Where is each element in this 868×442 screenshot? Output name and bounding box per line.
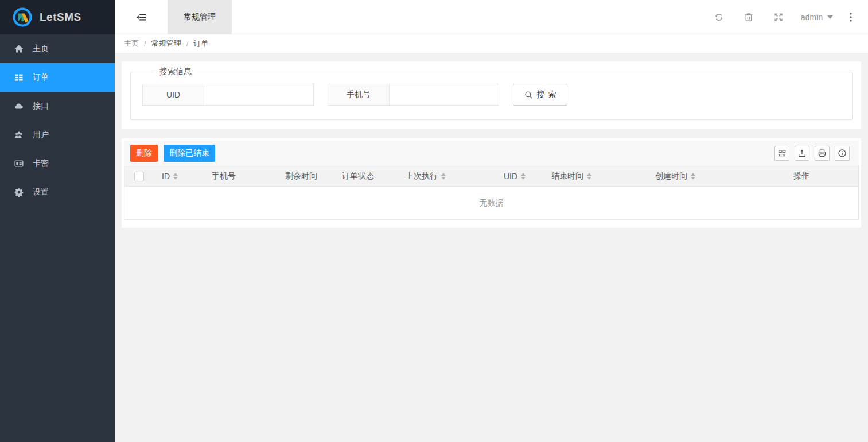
export-button[interactable]	[795, 146, 809, 161]
topbar: 常规管理	[115, 0, 868, 34]
select-all-cell	[124, 166, 153, 187]
col-order-status-header: 订单状态	[333, 166, 397, 187]
letsms-logo-icon	[12, 7, 33, 28]
refresh-button[interactable]	[704, 0, 734, 34]
uid-field-label: UID	[142, 84, 204, 106]
cloud-icon	[14, 102, 24, 111]
users-icon	[14, 130, 24, 139]
trash-icon	[744, 12, 754, 22]
caret-down-icon	[827, 15, 833, 22]
col-end-time-header: 结束时间	[543, 166, 647, 187]
search-form-row: UID 手机号 搜索	[142, 84, 840, 106]
select-all-checkbox[interactable]	[134, 172, 144, 181]
breadcrumb: 主页 / 常规管理 / 订单	[115, 34, 868, 53]
phone-field-group: 手机号	[328, 84, 499, 106]
content: 搜索信息 UID 手机号	[115, 53, 868, 228]
orders-table: ID 手机号 剩余时间 订单状态 上次执行	[124, 166, 859, 220]
search-button[interactable]: 搜索	[513, 84, 567, 106]
table-header-row: ID 手机号 剩余时间 订单状态 上次执行	[124, 166, 858, 187]
sidebar-item-settings[interactable]: 设置	[0, 178, 115, 207]
sort-icon[interactable]	[441, 173, 446, 180]
sidebar-menu: 主页 订单 接口 用户	[0, 34, 115, 207]
home-icon	[14, 44, 24, 53]
table-tool-icons	[774, 146, 850, 161]
export-icon	[797, 149, 807, 158]
sort-icon[interactable]	[521, 173, 526, 180]
delete-button[interactable]: 删除	[130, 145, 158, 162]
orders-table-card: 删除 删除已结束	[122, 138, 861, 228]
gear-icon	[14, 188, 24, 197]
breadcrumb-item-home[interactable]: 主页	[124, 38, 139, 49]
search-panel: 搜索信息 UID 手机号	[122, 61, 861, 129]
sort-icon[interactable]	[173, 173, 178, 180]
main-area: 常规管理	[115, 0, 868, 442]
refresh-icon	[714, 12, 724, 22]
col-uid-header: UID	[495, 166, 543, 187]
more-menu-button[interactable]	[840, 0, 861, 34]
fullscreen-icon	[773, 12, 784, 22]
table-empty-state: 无数据	[124, 187, 858, 219]
col-last-exec-header: 上次执行	[397, 166, 495, 187]
brand-name: LetSMS	[40, 11, 81, 24]
sort-icon[interactable]	[691, 173, 695, 180]
card-icon	[14, 159, 24, 168]
order-list-icon	[14, 73, 24, 82]
menu-collapse-icon	[136, 12, 146, 22]
breadcrumb-separator: /	[186, 40, 189, 48]
info-button[interactable]	[835, 146, 850, 161]
print-button[interactable]	[815, 146, 830, 161]
sidebar-item-label: 卡密	[33, 158, 49, 169]
logo: LetSMS	[0, 0, 115, 34]
sidebar-item-orders[interactable]: 订单	[0, 63, 115, 92]
columns-filter-icon	[777, 149, 787, 158]
fullscreen-button[interactable]	[764, 0, 793, 34]
menu-collapse-button[interactable]	[115, 0, 168, 34]
clear-cache-button[interactable]	[734, 0, 764, 34]
tab-general-management[interactable]: 常规管理	[168, 0, 232, 34]
delete-finished-button[interactable]: 删除已结束	[164, 145, 215, 162]
col-actions-header: 操作	[785, 166, 858, 187]
sidebar-item-label: 用户	[33, 130, 49, 140]
search-fieldset: 搜索信息 UID 手机号	[130, 67, 853, 120]
col-phone-header: 手机号	[203, 166, 277, 187]
sidebar-item-label: 主页	[33, 44, 49, 54]
sidebar-item-api[interactable]: 接口	[0, 92, 115, 121]
user-menu[interactable]: admin	[793, 12, 840, 22]
table-toolbar: 删除 删除已结束	[124, 141, 859, 166]
breadcrumb-item-orders: 订单	[193, 38, 208, 49]
search-button-label: 搜索	[537, 90, 560, 100]
sort-icon[interactable]	[587, 173, 591, 180]
columns-filter-button[interactable]	[774, 146, 789, 161]
breadcrumb-item-general[interactable]: 常规管理	[151, 38, 181, 49]
sidebar-item-label: 设置	[33, 187, 49, 197]
page: LetSMS 主页 订单 接口	[0, 0, 868, 442]
tab-label: 常规管理	[184, 12, 216, 22]
phone-input[interactable]	[390, 84, 499, 106]
username: admin	[801, 13, 823, 22]
search-icon	[524, 91, 533, 99]
sidebar-item-home[interactable]: 主页	[0, 34, 115, 63]
search-legend: 搜索信息	[154, 67, 197, 77]
sidebar-item-label: 订单	[33, 72, 49, 83]
col-create-time-header: 创建时间	[647, 166, 785, 187]
sidebar-item-users[interactable]: 用户	[0, 121, 115, 149]
print-icon	[818, 149, 827, 158]
uid-field-group: UID	[142, 84, 314, 106]
sidebar-item-label: 接口	[33, 101, 49, 111]
sidebar: LetSMS 主页 订单 接口	[0, 0, 115, 442]
sidebar-item-cards[interactable]: 卡密	[0, 149, 115, 178]
more-vertical-icon	[850, 13, 852, 22]
info-icon	[838, 149, 847, 158]
col-id-header: ID	[153, 166, 203, 187]
col-remaining-time-header: 剩余时间	[277, 166, 333, 187]
breadcrumb-separator: /	[144, 40, 146, 48]
uid-input[interactable]	[204, 84, 314, 106]
phone-field-label: 手机号	[328, 84, 390, 106]
topbar-actions: admin	[704, 0, 868, 34]
